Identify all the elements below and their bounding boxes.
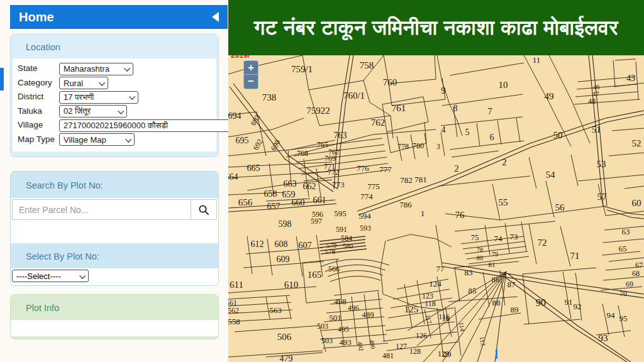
plot-label: 501 [329, 314, 341, 322]
taluka-label: Taluka [18, 107, 59, 116]
home-header[interactable]: Home [10, 5, 228, 29]
plot-label: 695 [236, 136, 249, 145]
sidebar: Home Location StateMaharashtraCategoryRu… [0, 0, 228, 362]
parcel-input[interactable] [13, 200, 191, 219]
banner: गट नंबर टाकून जमिनीचा नकाशा काढा मोबाईलव… [228, 0, 644, 55]
chevron-down-icon [118, 107, 124, 114]
plot-label: 584 [341, 234, 352, 242]
plot-label: 85 [469, 287, 477, 295]
taluka-row: Taluka02 जिंतूर [18, 105, 216, 118]
plot-label: 493 [339, 338, 352, 346]
plot-label: 94 [607, 311, 615, 319]
chevron-down-icon [125, 136, 131, 142]
plot-label: 609 [277, 255, 290, 264]
plot-label: 611 [230, 280, 243, 290]
plot-select[interactable]: ----Select---- [12, 270, 89, 282]
village-value: 271700020215960000 कौसडी [64, 121, 168, 131]
search-panel: Search By Plot No: Select By Plot No: [10, 171, 219, 286]
plot-label: 116 [438, 313, 450, 321]
taluka-value: 02 जिंतूर [64, 106, 91, 116]
map-type-select[interactable]: Village Map [59, 133, 135, 146]
plot-label: 661 [313, 196, 326, 205]
plot-label: 5 [465, 128, 470, 137]
left-edge-tab [0, 68, 4, 90]
plot-label: 55 [499, 198, 508, 207]
plot-label: 593 [360, 224, 371, 232]
plot-label: 781 [414, 175, 427, 184]
plot-label: 506 [277, 332, 292, 342]
zoom-in-button[interactable]: + [243, 60, 258, 75]
search-input-band [11, 198, 218, 243]
plot-label: 2 [502, 158, 507, 167]
village-select[interactable]: 271700020215960000 कौसडी [59, 119, 231, 132]
category-value: Rural [64, 79, 83, 88]
plot-label: 124 [429, 280, 441, 288]
plot-info-header: Plot Info [11, 295, 218, 320]
plot-label: 479 [280, 354, 293, 362]
search-by-plot-header: Search By Plot No: [11, 172, 218, 198]
zoom-out-button[interactable]: − [243, 75, 258, 89]
district-select[interactable]: 17 परभणी [59, 91, 138, 104]
plot-label: 778 [397, 143, 409, 150]
plot-label: 612 [251, 240, 264, 249]
plot-label: 77 [436, 265, 445, 273]
plot-label: 774 [360, 192, 373, 200]
plot-label: 11 [533, 56, 541, 64]
plot-label: 598 [279, 220, 292, 229]
plot-label: 496 [348, 304, 359, 312]
chevron-down-icon [129, 94, 135, 100]
plot-label: 7 [488, 107, 492, 116]
plot-label: 777 [379, 165, 392, 173]
plot-label: 776 [357, 164, 369, 172]
district-label: District [18, 92, 59, 101]
plot-label: 761 [392, 104, 406, 113]
plot-label: 694 [228, 112, 242, 121]
plot-label: 769 [325, 155, 336, 162]
plot-label: 74 [494, 234, 502, 243]
zoom-control: + − [243, 60, 258, 89]
plot-label: 90 [536, 298, 546, 308]
plot-label: 72 [538, 238, 547, 248]
plot-label: 80 [477, 255, 483, 261]
search-button[interactable] [191, 200, 216, 219]
plot-label: 1 [421, 209, 425, 217]
plot-label: 165 [308, 270, 322, 280]
plot-label: 657 [267, 202, 280, 211]
plot-label: 490 [369, 339, 376, 350]
plot-label: 775 [367, 182, 380, 190]
plot-label: 81 [489, 261, 496, 268]
plot-label: 127 [396, 343, 407, 350]
map-type-value: Village Map [64, 135, 106, 145]
select-by-plot-band: ----Select---- [11, 268, 218, 286]
map-type-label: Map Type [18, 135, 59, 144]
plot-label: 3 [436, 143, 440, 150]
plot-label: 558 [228, 317, 240, 326]
plot-label: 786 [399, 200, 412, 209]
plot-label: 663 [284, 180, 297, 189]
plot-label: 597 [311, 217, 322, 225]
plot-label: 86 [492, 275, 500, 283]
plot-label: 763 [334, 131, 347, 140]
plot-label: 762 [371, 118, 386, 128]
state-select[interactable]: Maharashtra [59, 63, 133, 75]
plot-label: 765 [317, 141, 328, 148]
village-row: Village271700020215960000 कौसडी [18, 119, 216, 132]
plot-label: 782 [400, 176, 413, 184]
taluka-select[interactable]: 02 जिंतूर [59, 105, 127, 118]
plot-label: 69 [626, 280, 633, 288]
plot-label: 50 [553, 131, 563, 140]
plot-label: 93 [599, 334, 608, 343]
sidebar-collapse-icon[interactable] [212, 12, 219, 22]
plot-label: 53 [597, 160, 606, 169]
map-canvas[interactable]: 759/1758760760/1738759227617627637657677… [228, 55, 644, 362]
category-select[interactable]: Rural [59, 77, 108, 89]
plot-label: 738 [262, 93, 277, 102]
plot-label: 83 [465, 268, 473, 277]
parcel-boundaries [228, 55, 644, 362]
plot-label: 75 [471, 233, 479, 241]
plot-label: 563 [269, 306, 282, 314]
plot-info-panel: Plot Info [10, 294, 219, 339]
plot-label: 114 [458, 322, 465, 332]
plot-label: 63 [622, 228, 630, 236]
plot-label: 594 [358, 212, 371, 220]
